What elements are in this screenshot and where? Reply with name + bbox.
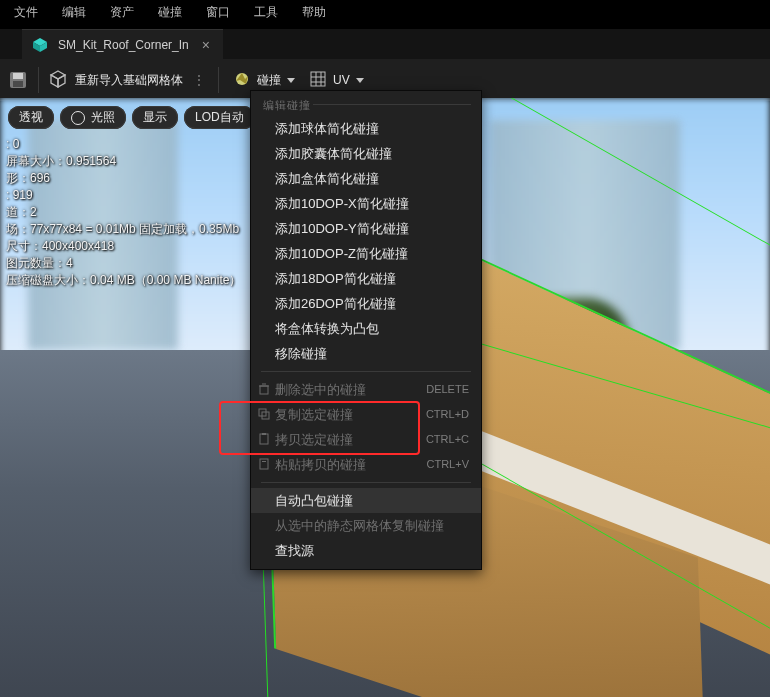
tab-close-icon[interactable]: × (199, 37, 213, 53)
menu-box-to-convex[interactable]: 将盒体转换为凸包 (251, 316, 481, 341)
menu-duplicate-selected: 复制选定碰撞CTRL+D (251, 402, 481, 427)
svg-rect-21 (262, 433, 266, 435)
svg-rect-4 (13, 73, 23, 79)
menu-help[interactable]: 帮助 (302, 4, 326, 21)
chevron-down-icon (287, 78, 295, 83)
svg-rect-23 (262, 461, 266, 462)
tab-bar: SM_Kit_Roof_Corner_In × (0, 29, 770, 59)
duplicate-icon (257, 407, 271, 421)
menu-add-10dop-y[interactable]: 添加10DOP-Y简化碰撞 (251, 216, 481, 241)
paste-icon (257, 457, 271, 471)
menu-tools[interactable]: 工具 (254, 4, 278, 21)
uv-label: UV (333, 73, 350, 87)
menu-collision[interactable]: 碰撞 (158, 4, 182, 21)
menu-remove-collision[interactable]: 移除碰撞 (251, 341, 481, 366)
svg-marker-7 (51, 75, 58, 87)
menu-section-header: 编辑碰撞 (251, 91, 481, 116)
menu-auto-convex[interactable]: 自动凸包碰撞 (251, 488, 481, 513)
menu-copy-selected: 拷贝选定碰撞CTRL+C (251, 427, 481, 452)
lighting-pill[interactable]: 光照 (60, 106, 126, 129)
reimport-icon (49, 70, 67, 91)
svg-marker-6 (51, 71, 65, 79)
menu-add-sphere[interactable]: 添加球体简化碰撞 (251, 116, 481, 141)
svg-marker-8 (58, 75, 65, 87)
viewport-toolbar: 透视 光照 显示 LOD自动 (8, 106, 255, 129)
menu-asset[interactable]: 资产 (110, 4, 134, 21)
collision-menu: 编辑碰撞 添加球体简化碰撞 添加胶囊体简化碰撞 添加盒体简化碰撞 添加10DOP… (250, 90, 482, 570)
reimport-more-icon[interactable]: ⋮ (191, 73, 208, 87)
display-label: 显示 (143, 109, 167, 126)
menu-add-box[interactable]: 添加盒体简化碰撞 (251, 166, 481, 191)
menu-add-18dop[interactable]: 添加18DOP简化碰撞 (251, 266, 481, 291)
chevron-down-icon (356, 78, 364, 83)
viewport-stats: : 0 屏幕大小：0.951564 形：696 : 919 道：2 场：77x7… (6, 136, 241, 289)
menu-add-26dop[interactable]: 添加26DOP简化碰撞 (251, 291, 481, 316)
display-pill[interactable]: 显示 (132, 106, 178, 129)
menu-paste-copied: 粘贴拷贝的碰撞CTRL+V (251, 452, 481, 477)
perspective-label: 透视 (19, 109, 43, 126)
menu-window[interactable]: 窗口 (206, 4, 230, 21)
save-icon[interactable] (8, 70, 28, 90)
toolbar-separator (218, 67, 219, 93)
tab-label: SM_Kit_Roof_Corner_In (58, 38, 189, 52)
menu-separator (261, 371, 471, 372)
menu-file[interactable]: 文件 (14, 4, 38, 21)
menu-find-source[interactable]: 查找源 (251, 538, 481, 563)
asset-tab[interactable]: SM_Kit_Roof_Corner_In × (22, 29, 223, 60)
menu-delete-selected: 删除选中的碰撞DELETE (251, 377, 481, 402)
menu-separator (261, 482, 471, 483)
collision-icon (233, 70, 251, 91)
menu-add-10dop-x[interactable]: 添加10DOP-X简化碰撞 (251, 191, 481, 216)
uv-grid-icon (309, 70, 327, 91)
lod-label: LOD自动 (195, 109, 244, 126)
menu-add-capsule[interactable]: 添加胶囊体简化碰撞 (251, 141, 481, 166)
main-menubar: 文件 编辑 资产 碰撞 窗口 工具 帮助 (0, 0, 770, 29)
lighting-label: 光照 (91, 109, 115, 126)
svg-rect-22 (260, 459, 268, 469)
svg-rect-15 (260, 386, 268, 394)
svg-rect-20 (260, 434, 268, 444)
sun-icon (71, 111, 85, 125)
toolbar-separator (38, 67, 39, 93)
static-mesh-icon (32, 37, 48, 53)
menu-edit[interactable]: 编辑 (62, 4, 86, 21)
svg-rect-10 (311, 72, 325, 86)
uv-dropdown[interactable]: UV (309, 70, 364, 91)
menu-add-10dop-z[interactable]: 添加10DOP-Z简化碰撞 (251, 241, 481, 266)
lod-pill[interactable]: LOD自动 (184, 106, 255, 129)
perspective-pill[interactable]: 透视 (8, 106, 54, 129)
menu-copy-from-mesh: 从选中的静态网格体复制碰撞 (251, 513, 481, 538)
reimport-label: 重新导入基础网格体 (75, 72, 183, 89)
copy-icon (257, 432, 271, 446)
svg-rect-5 (13, 81, 23, 87)
trash-icon (257, 382, 271, 396)
reimport-button[interactable]: 重新导入基础网格体 ⋮ (49, 70, 208, 91)
collision-label: 碰撞 (257, 72, 281, 89)
